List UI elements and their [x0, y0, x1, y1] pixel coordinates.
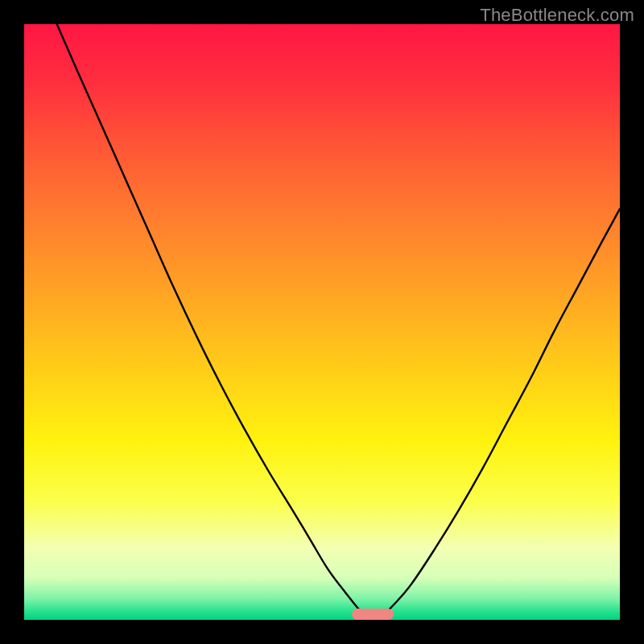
watermark-text: TheBottleneck.com — [480, 5, 634, 26]
plot-area — [24, 24, 620, 620]
minimum-marker — [352, 609, 394, 620]
gradient-background — [24, 24, 620, 620]
chart-frame: TheBottleneck.com — [0, 0, 644, 644]
svg-rect-0 — [24, 24, 620, 620]
